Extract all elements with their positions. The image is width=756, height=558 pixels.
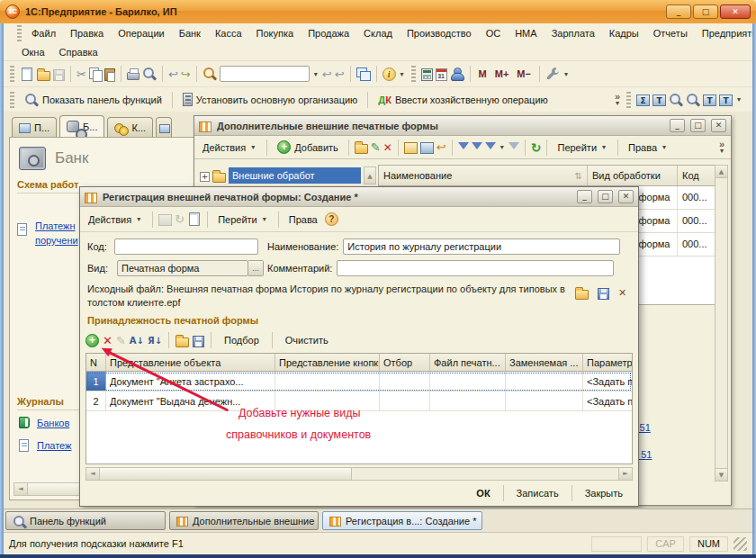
list-toolbar-overflow-button[interactable]: »▾ (718, 140, 727, 155)
list-actions-button[interactable]: Действия ▾ (198, 140, 261, 155)
column-params[interactable]: Параметры (583, 354, 632, 371)
save-list-icon[interactable] (193, 336, 204, 347)
scroll-down-icon[interactable]: ▼ (716, 468, 727, 481)
payment-order-link-line2[interactable]: поручени (35, 235, 78, 246)
cut-icon[interactable]: ✂ (76, 68, 86, 81)
column-filter[interactable]: Отбор (380, 354, 430, 371)
tree-group-row[interactable]: + Внешние обработ ▲ (200, 165, 376, 186)
kind-input[interactable] (117, 260, 248, 276)
info-dropdown-icon[interactable]: ▾ (399, 70, 406, 78)
go-link-back-icon[interactable]: ↩ (322, 68, 332, 81)
clear-file-icon[interactable]: ✕ (618, 287, 626, 299)
task-function-panel[interactable]: Панель функций (5, 511, 166, 530)
column-name[interactable]: Наименование ⇅ (379, 166, 588, 185)
delete-icon[interactable]: ✕ (383, 141, 392, 154)
menu-item-edit[interactable]: Правка (63, 26, 111, 40)
search-dropdown-icon[interactable]: ▾ (312, 70, 320, 78)
dialog-horizontal-scrollbar[interactable]: ◄ ► (86, 467, 633, 481)
menu-item-os[interactable]: ОС (479, 26, 508, 40)
scroll-right-icon[interactable]: ► (618, 468, 632, 480)
write-button[interactable]: Записать (507, 485, 569, 501)
menu-item-purchase[interactable]: Покупка (249, 26, 302, 40)
bank-journal-link[interactable]: Банков (37, 418, 69, 428)
list-maximize-button[interactable]: □ (690, 119, 706, 132)
sort-asc-icon[interactable]: А↓ (130, 336, 144, 346)
filter-dropdown-icon[interactable]: ▾ (499, 143, 506, 151)
dialog-rights-button[interactable]: Права (284, 212, 322, 227)
list-select-icon[interactable] (420, 142, 434, 154)
name-input[interactable] (343, 238, 620, 255)
menu-item-bank[interactable]: Банк (172, 26, 208, 40)
tree-scroll-up-icon[interactable]: ▲ (364, 166, 376, 184)
go-link-forward-icon[interactable]: ↩ (335, 68, 345, 81)
report-table-icon[interactable]: T (652, 94, 666, 106)
filter-clear-icon[interactable] (508, 142, 519, 155)
menu-item-windows[interactable]: Окна (14, 45, 52, 59)
menu-item-nma[interactable]: НМА (508, 26, 544, 40)
filter-set-icon[interactable] (458, 142, 469, 155)
menu-item-warehouse[interactable]: Склад (356, 26, 400, 40)
column-file[interactable]: Файл печатн... (430, 354, 506, 371)
menu-item-hr[interactable]: Кадры (602, 26, 646, 40)
dialog-goto-button[interactable]: Перейти ▾ (213, 212, 273, 227)
list-close-button[interactable]: ✕ (711, 119, 726, 132)
scroll-left-icon[interactable]: ◄ (86, 468, 100, 480)
sort-desc-icon[interactable]: Я↓ (148, 336, 162, 346)
report-find-list-icon[interactable] (686, 93, 700, 107)
refresh-icon[interactable]: ↻ (531, 140, 542, 155)
undo-icon[interactable]: ↩ (168, 68, 178, 81)
toolbar-overflow-button[interactable]: »▾ (614, 93, 621, 107)
column-replaceable[interactable]: Заменяемая ... (506, 354, 583, 371)
service-settings-icon[interactable] (545, 67, 560, 81)
tree-expand-icon[interactable]: + (200, 172, 210, 182)
scroll-up-icon[interactable]: ▲ (716, 166, 727, 178)
close-dialog-button[interactable]: Закрыть (575, 485, 633, 501)
tab-bank[interactable]: Б... (59, 115, 104, 137)
payment-order-link[interactable]: Платежн (35, 220, 76, 231)
pick-button[interactable]: Подбор (218, 332, 266, 348)
windows-list-icon[interactable] (356, 67, 371, 81)
comment-input[interactable] (337, 260, 614, 276)
list-rights-button[interactable]: Права ▾ (624, 140, 672, 155)
report-doc-icon[interactable]: T (703, 94, 716, 106)
info-icon[interactable]: i (382, 68, 396, 81)
reports-dropdown-icon[interactable]: ▾ (735, 95, 742, 104)
redo-icon[interactable]: ↪ (181, 68, 191, 81)
memory-m-minus-button[interactable]: M− (514, 68, 534, 79)
filter-quick-icon[interactable] (472, 142, 482, 155)
menu-item-operations[interactable]: Операции (111, 26, 171, 40)
maximize-button[interactable]: □ (693, 4, 718, 19)
column-button[interactable]: Представление кнопки (275, 354, 380, 371)
list-goto-button[interactable]: Перейти ▾ (553, 140, 612, 155)
list-vertical-scrollbar[interactable]: ▲ ▼ (715, 165, 728, 482)
reread-icon[interactable] (158, 214, 172, 226)
print-icon[interactable] (127, 72, 140, 80)
calculator-icon[interactable] (421, 68, 433, 81)
clear-button[interactable]: Очистить (279, 332, 335, 348)
filter-history-icon[interactable] (485, 142, 496, 155)
settings-dropdown-icon[interactable]: ▾ (562, 70, 570, 78)
user-lock-icon[interactable] (450, 67, 464, 81)
search-icon[interactable] (202, 67, 217, 81)
help-icon[interactable]: ? (325, 212, 338, 226)
menu-item-sales[interactable]: Продажа (301, 26, 356, 40)
menu-item-cash[interactable]: Касса (208, 26, 249, 40)
paste-icon[interactable] (104, 68, 115, 81)
print-preview-icon[interactable] (142, 67, 157, 81)
load-list-icon[interactable] (176, 338, 189, 347)
task-registration[interactable]: Регистрация в...: Создание * (322, 511, 482, 530)
show-function-panel-button[interactable]: Показать панель функций (20, 91, 166, 109)
memory-m-plus-button[interactable]: M+ (492, 68, 512, 79)
set-main-organization-button[interactable]: Установить основную организацию (178, 91, 363, 108)
close-button[interactable]: ✕ (720, 4, 751, 19)
dialog-minimize-button[interactable]: _ (577, 190, 592, 203)
task-external-forms[interactable]: Дополнительные внешние ... (169, 511, 319, 530)
column-kind[interactable]: Вид обработки (588, 166, 678, 185)
menu-item-enterprise[interactable]: Предприятие (695, 26, 756, 40)
dialog-close-button[interactable]: ✕ (618, 190, 634, 203)
memory-m-button[interactable]: M (476, 68, 490, 79)
minimize-button[interactable]: _ (666, 4, 691, 19)
scroll-left-icon[interactable]: ◄ (14, 483, 28, 495)
resize-grip[interactable] (734, 537, 747, 551)
refresh-form-icon[interactable]: ↻ (175, 212, 184, 226)
